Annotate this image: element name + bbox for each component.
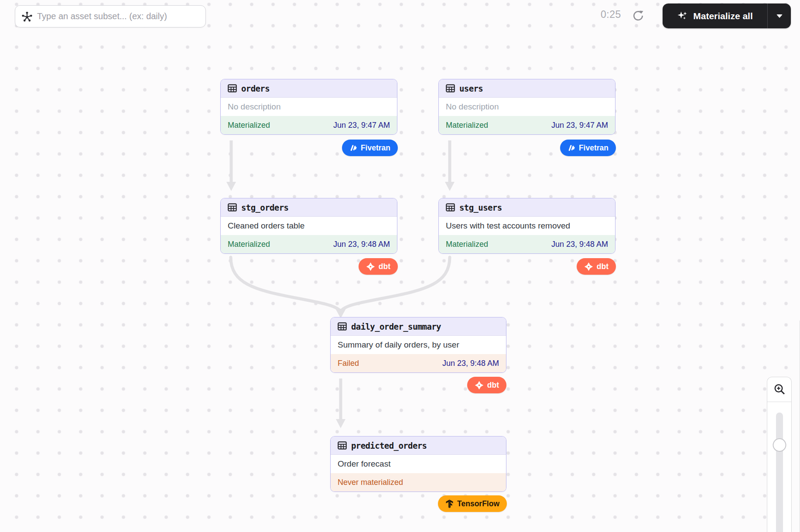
zoom-in-icon — [773, 383, 786, 396]
node-header: predicted_orders — [331, 437, 506, 455]
integration-badge-label: dbt — [487, 381, 499, 390]
asset-name: daily_order_summary — [351, 322, 441, 331]
asset-description: Order forecast — [331, 455, 506, 473]
refresh-icon — [632, 9, 645, 22]
asset-description: Users with test accounts removed — [439, 217, 615, 235]
sparkles-icon — [677, 10, 688, 22]
integration-badge-label: TensorFlow — [457, 499, 499, 508]
asset-status-row: Materialized Jun 23, 9:47 AM — [221, 116, 397, 134]
materialize-all-label: Materialize all — [693, 11, 753, 21]
asset-description: Summary of daily orders, by user — [331, 336, 506, 354]
zoom-slider-thumb[interactable] — [773, 438, 786, 452]
asset-status-row: Materialized Jun 23, 9:48 AM — [439, 235, 615, 253]
asset-name: users — [459, 84, 483, 93]
asset-node-stg_users[interactable]: stg_users Users with test accounts remov… — [438, 198, 615, 254]
materialize-options-button[interactable] — [767, 3, 791, 28]
asset-name: stg_orders — [241, 203, 288, 212]
materialize-all-button[interactable]: Materialize all — [663, 3, 767, 28]
node-header: users — [439, 79, 615, 98]
integration-badge-dbt: dbt — [577, 258, 616, 275]
asset-description: No description — [439, 98, 615, 116]
table-icon — [446, 84, 455, 92]
integration-badge-label: Fivetran — [361, 143, 390, 153]
status-timestamp: Jun 23, 9:48 AM — [551, 240, 608, 249]
table-icon — [338, 322, 347, 331]
status-timestamp: Jun 23, 9:47 AM — [551, 121, 608, 130]
status-badge: Materialized — [228, 121, 270, 130]
asset-status-row: Never materialized — [331, 473, 506, 491]
status-timestamp: Jun 23, 9:48 AM — [442, 359, 499, 368]
dbt-logo-icon — [366, 262, 375, 271]
fivetran-logo-icon — [568, 144, 575, 152]
search-input[interactable] — [37, 11, 199, 21]
integration-badge-label: dbt — [379, 262, 390, 271]
asset-description: No description — [221, 98, 397, 116]
asset-node-users[interactable]: users No description Materialized Jun 23… — [438, 79, 615, 135]
arrowhead-icon — [445, 182, 455, 191]
integration-badge-dbt: dbt — [359, 258, 398, 275]
integration-badge-dbt: dbt — [467, 377, 506, 393]
countdown-timer: 0:25 — [601, 9, 621, 20]
asset-node-daily_order_summary[interactable]: daily_order_summary Summary of daily ord… — [330, 317, 506, 373]
node-header: daily_order_summary — [331, 317, 506, 336]
refresh-button[interactable] — [630, 7, 646, 24]
asset-name: orders — [241, 84, 270, 93]
node-header: stg_orders — [221, 198, 397, 217]
tensorflow-logo-icon — [445, 499, 454, 508]
status-badge: Failed — [338, 359, 359, 368]
status-badge: Materialized — [446, 240, 488, 249]
arrowhead-icon — [336, 419, 345, 428]
asset-status-row: Materialized Jun 23, 9:47 AM — [439, 116, 615, 134]
asset-filter-icon — [21, 11, 33, 22]
integration-badge-fivetran: Fivetran — [560, 140, 616, 156]
asset-description: Cleaned orders table — [221, 217, 397, 235]
status-timestamp: Jun 23, 9:48 AM — [333, 240, 390, 249]
status-badge: Materialized — [228, 240, 270, 249]
dbt-logo-icon — [584, 262, 593, 271]
arrowhead-icon — [226, 182, 236, 191]
integration-badge-label: Fivetran — [579, 143, 609, 153]
zoom-slider-track[interactable] — [776, 413, 783, 532]
integration-badge-fivetran: Fivetran — [342, 140, 398, 156]
asset-node-stg_orders[interactable]: stg_orders Cleaned orders table Material… — [220, 198, 397, 254]
status-timestamp: Jun 23, 9:47 AM — [333, 121, 390, 130]
table-icon — [446, 203, 455, 211]
asset-lineage-canvas[interactable]: { "header": { "search_placeholder": "Typ… — [0, 0, 800, 532]
node-header: orders — [221, 79, 397, 98]
asset-name: predicted_orders — [351, 441, 427, 450]
table-icon — [228, 84, 237, 92]
zoom-in-button[interactable] — [767, 377, 791, 402]
table-icon — [228, 203, 237, 211]
zoom-control-panel — [767, 377, 792, 532]
asset-status-row: Materialized Jun 23, 9:48 AM — [221, 235, 397, 253]
status-badge: Materialized — [446, 121, 488, 130]
node-header: stg_users — [439, 198, 615, 217]
asset-node-orders[interactable]: orders No description Materialized Jun 2… — [220, 79, 397, 135]
asset-node-predicted_orders[interactable]: predicted_orders Order forecast Never ma… — [330, 436, 506, 492]
materialize-all-split-button: Materialize all — [663, 3, 791, 28]
asset-search-box[interactable] — [15, 5, 206, 27]
integration-badge-tensorflow: TensorFlow — [438, 495, 507, 512]
dbt-logo-icon — [475, 381, 484, 390]
fivetran-logo-icon — [349, 144, 357, 152]
asset-status-row: Failed Jun 23, 9:48 AM — [331, 354, 506, 372]
asset-name: stg_users — [459, 203, 502, 212]
integration-badge-label: dbt — [597, 262, 609, 271]
table-icon — [338, 441, 347, 450]
caret-down-icon — [776, 14, 783, 18]
status-badge: Never materialized — [338, 478, 403, 487]
edge-stg_orders-daily — [231, 257, 340, 310]
